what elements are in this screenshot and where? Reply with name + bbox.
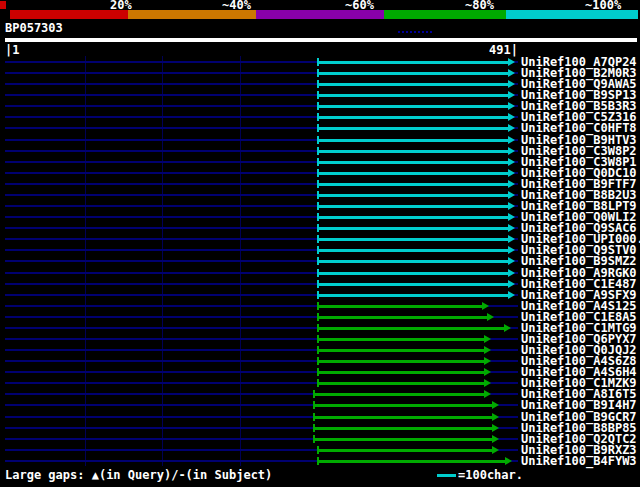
hit-arrowhead-icon <box>492 435 499 443</box>
hit-bar[interactable] <box>318 116 509 119</box>
hit-arrowhead-icon <box>492 424 499 432</box>
hit-bar[interactable] <box>318 382 485 385</box>
hit-arrowhead-icon <box>508 124 515 132</box>
scale-legend-line <box>437 474 456 477</box>
hit-bar[interactable] <box>318 227 509 230</box>
hit-bar[interactable] <box>318 105 509 108</box>
hit-bar[interactable] <box>318 139 509 142</box>
hit-bar[interactable] <box>314 393 485 396</box>
hit-bar[interactable] <box>318 83 509 86</box>
hit-arrowhead-icon <box>482 302 489 310</box>
hit-bar[interactable] <box>318 238 509 241</box>
hit-arrowhead-icon <box>487 313 494 321</box>
hit-arrowhead-icon <box>484 335 491 343</box>
hit-bar[interactable] <box>318 349 485 352</box>
hit-arrowhead-icon <box>508 80 515 88</box>
hit-arrowhead-icon <box>508 235 515 243</box>
hit-arrowhead-icon <box>508 257 515 265</box>
hit-arrowhead-icon <box>492 413 499 421</box>
hit-arrowhead-icon <box>508 280 515 288</box>
hit-bar[interactable] <box>318 150 509 153</box>
hit-arrowhead-icon <box>508 291 515 299</box>
hit-bar[interactable] <box>318 249 509 252</box>
hit-arrowhead-icon <box>508 158 515 166</box>
hit-bar[interactable] <box>318 183 509 186</box>
hit-arrowhead-icon <box>508 246 515 254</box>
hit-arrowhead-icon <box>508 91 515 99</box>
hit-bar[interactable] <box>318 283 509 286</box>
hit-arrowhead-icon <box>508 147 515 155</box>
hit-bar[interactable] <box>318 371 485 374</box>
hit-arrowhead-icon <box>508 169 515 177</box>
hit-bar[interactable] <box>318 72 509 75</box>
hit-arrowhead-icon <box>508 191 515 199</box>
hit-arrowhead-icon <box>504 324 511 332</box>
hit-bar[interactable] <box>318 61 509 64</box>
hit-bar[interactable] <box>318 338 485 341</box>
hit-bar[interactable] <box>318 161 509 164</box>
hit-rows-area: UniRef100_A7QP24UniRef100_B2M0R3UniRef10… <box>0 0 640 487</box>
hit-arrowhead-icon <box>508 69 515 77</box>
hit-bar[interactable] <box>318 305 483 308</box>
hit-label[interactable]: UniRef100_B4FYW3 <box>521 455 637 467</box>
hit-arrowhead-icon <box>508 113 515 121</box>
hit-bar[interactable] <box>318 260 509 263</box>
hit-bar[interactable] <box>318 316 488 319</box>
hit-arrowhead-icon <box>508 269 515 277</box>
hit-bar[interactable] <box>318 194 509 197</box>
hit-bar[interactable] <box>318 449 493 452</box>
hit-arrowhead-icon <box>508 102 515 110</box>
hit-arrowhead-icon <box>484 379 491 387</box>
blast-overview-screen: 20%~40%~60%~80%~100% BP057303 |1 491| Un… <box>0 0 640 487</box>
hit-arrowhead-icon <box>508 213 515 221</box>
hit-bar[interactable] <box>318 127 509 130</box>
hit-arrowhead-icon <box>508 202 515 210</box>
hit-arrowhead-icon <box>492 401 499 409</box>
hit-arrowhead-icon <box>508 58 515 66</box>
hit-arrowhead-icon <box>492 446 499 454</box>
hit-bar[interactable] <box>318 327 505 330</box>
hit-bar[interactable] <box>314 427 494 430</box>
hit-bar[interactable] <box>318 172 509 175</box>
hit-arrowhead-icon <box>484 357 491 365</box>
hit-arrowhead-icon <box>484 390 491 398</box>
hit-bar[interactable] <box>314 416 494 419</box>
hit-bar[interactable] <box>318 272 509 275</box>
scale-legend-label: =100char. <box>458 469 523 481</box>
hit-bar[interactable] <box>318 216 509 219</box>
large-gaps-note: Large gaps: ▲(in Query)/-(in Subject) <box>5 469 272 481</box>
hit-arrowhead-icon <box>484 368 491 376</box>
hit-bar[interactable] <box>318 360 485 363</box>
hit-arrowhead-icon <box>508 180 515 188</box>
hit-bar[interactable] <box>318 294 509 297</box>
hit-bar[interactable] <box>318 205 509 208</box>
hit-bar[interactable] <box>314 438 494 441</box>
hit-bar[interactable] <box>314 404 494 407</box>
hit-arrowhead-icon <box>505 457 512 465</box>
hit-bar[interactable] <box>318 460 506 463</box>
hit-arrowhead-icon <box>508 136 515 144</box>
hit-arrowhead-icon <box>484 346 491 354</box>
hit-bar[interactable] <box>318 94 509 97</box>
hit-arrowhead-icon <box>508 224 515 232</box>
